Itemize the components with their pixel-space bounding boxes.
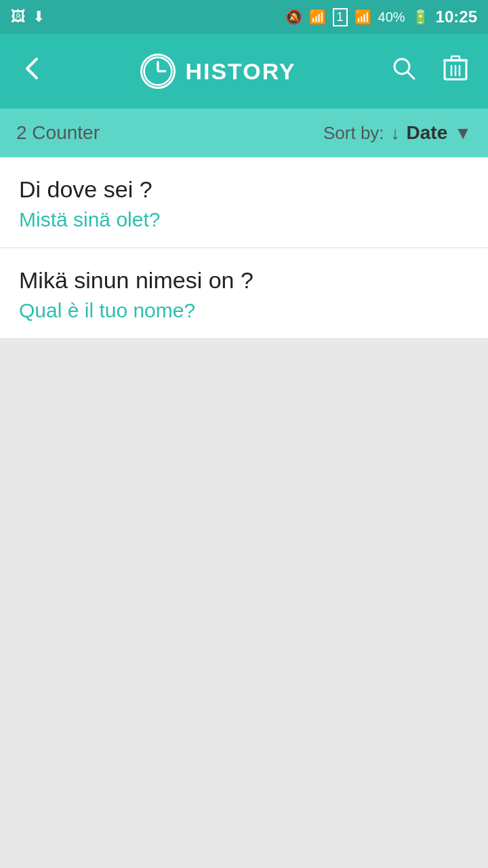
history-clock-icon (140, 54, 176, 89)
time-display: 10:25 (436, 7, 477, 26)
sort-dropdown-icon[interactable]: ▼ (454, 123, 472, 144)
search-button[interactable] (385, 50, 423, 94)
status-right-icons: 🔕 📶 1 📶 40% 🔋 10:25 (285, 7, 477, 26)
photo-icon: 🖼 (11, 8, 26, 26)
svg-rect-7 (451, 56, 460, 60)
sort-arrow-icon: ↓ (391, 123, 400, 144)
sort-area[interactable]: Sort by: ↓ Date ▼ (323, 122, 472, 144)
status-left-icons: 🖼 ⬇ (11, 8, 45, 26)
battery-icon: 🔋 (412, 9, 429, 25)
toolbar-title-text: HISTORY (185, 58, 296, 85)
list-item[interactable]: Di dove sei ? Mistä sinä olet? (0, 157, 488, 248)
item-secondary-text: Mistä sinä olet? (19, 208, 469, 231)
sort-value: Date (407, 122, 448, 144)
sort-by-label: Sort by: (323, 123, 384, 144)
empty-content-area (0, 339, 488, 814)
back-button[interactable] (14, 50, 52, 94)
toolbar-title-area: HISTORY (65, 54, 371, 89)
item-primary-text: Mikä sinun nimesi on ? (19, 267, 469, 294)
counter-label: 2 Counter (16, 122, 323, 144)
subheader: 2 Counter Sort by: ↓ Date ▼ (0, 108, 488, 157)
delete-button[interactable] (436, 48, 474, 95)
item-primary-text: Di dove sei ? (19, 176, 469, 203)
wifi-icon: 📶 (309, 9, 326, 25)
toolbar: HISTORY (0, 34, 488, 108)
signal-icon: 📶 (354, 9, 371, 25)
download-icon: ⬇ (33, 8, 45, 26)
sim-icon: 1 (333, 8, 348, 26)
svg-point-0 (144, 58, 172, 85)
list-item[interactable]: Mikä sinun nimesi on ? Qual è il tuo nom… (0, 248, 488, 339)
history-list: Di dove sei ? Mistä sinä olet? Mikä sinu… (0, 157, 488, 339)
svg-line-4 (407, 72, 414, 79)
battery-label: 40% (378, 9, 405, 25)
item-secondary-text: Qual è il tuo nome? (19, 299, 469, 322)
status-bar: 🖼 ⬇ 🔕 📶 1 📶 40% 🔋 10:25 (0, 0, 488, 34)
mute-icon: 🔕 (285, 9, 302, 25)
